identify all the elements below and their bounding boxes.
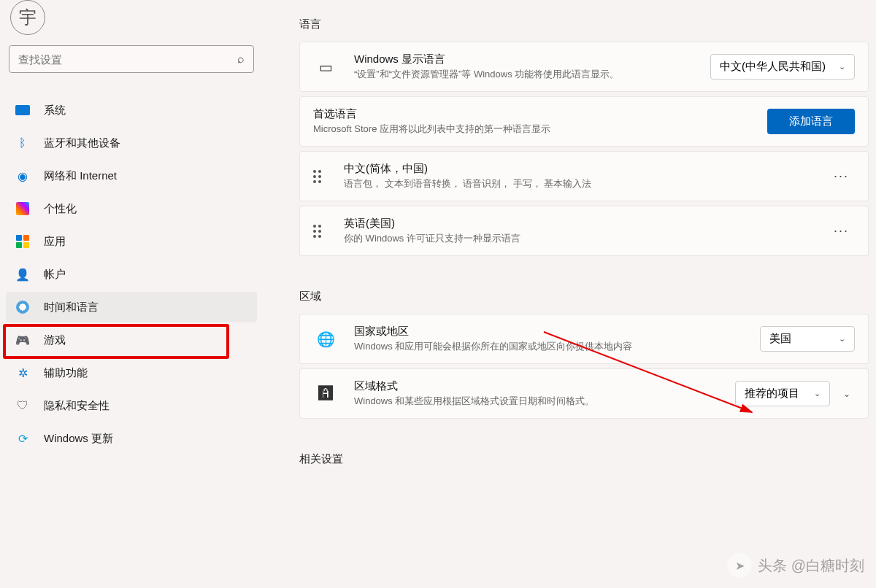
sidebar-item-time-language[interactable]: 时间和语言	[6, 292, 257, 322]
sidebar-item-update[interactable]: ⟳Windows 更新	[6, 423, 257, 454]
select-value: 中文(中华人民共和国)	[720, 60, 826, 74]
sidebar: 宇 ⌕ 系统 ᛒ蓝牙和其他设备 ◉网络和 Internet 个性化 应用 👤帐户…	[0, 0, 263, 588]
sidebar-label: 辅助功能	[44, 366, 88, 380]
card-title: 首选语言	[313, 107, 767, 121]
user-avatar[interactable]: 宇	[10, 0, 45, 35]
card-title: 国家或地区	[354, 325, 760, 339]
drag-handle-icon[interactable]	[313, 225, 328, 238]
update-icon: ⟳	[15, 430, 31, 446]
lang-title: 中文(简体，中国)	[344, 162, 828, 176]
select-value: 美国	[769, 332, 791, 346]
card-regional-format[interactable]: 🅰 区域格式 Windows 和某些应用根据区域格式设置日期和时间格式。 推荐的…	[299, 368, 869, 419]
sidebar-label: 蓝牙和其他设备	[44, 136, 120, 150]
sidebar-label: 游戏	[44, 333, 66, 347]
sidebar-item-bluetooth[interactable]: ᛒ蓝牙和其他设备	[6, 128, 257, 158]
card-title: 区域格式	[354, 379, 735, 393]
sidebar-label: 系统	[44, 104, 66, 117]
section-title-related: 相关设置	[299, 452, 869, 466]
shield-icon: 🛡	[15, 398, 31, 414]
more-icon[interactable]: ···	[828, 169, 855, 184]
apps-icon	[15, 233, 31, 249]
language-item-chinese[interactable]: 中文(简体，中国) 语言包， 文本到语音转换， 语音识别， 手写， 基本输入法 …	[299, 151, 869, 201]
display-language-select[interactable]: 中文(中华人民共和国) ⌄	[710, 54, 855, 80]
sidebar-item-system[interactable]: 系统	[6, 95, 257, 125]
drag-handle-icon[interactable]	[313, 170, 328, 183]
search-box[interactable]: ⌕	[9, 45, 254, 73]
sidebar-item-gaming[interactable]: 🎮游戏	[6, 325, 257, 355]
sidebar-label: 帐户	[44, 268, 66, 282]
personalization-icon	[15, 201, 31, 217]
account-icon: 👤	[15, 266, 31, 282]
clock-icon	[15, 299, 31, 315]
section-title-region: 区域	[299, 290, 869, 303]
lang-desc: 你的 Windows 许可证只支持一种显示语言	[344, 232, 828, 245]
wifi-icon: ◉	[15, 168, 31, 184]
card-country-region[interactable]: 🌐 国家或地区 Windows 和应用可能会根据你所在的国家或地区向你提供本地内…	[299, 314, 869, 364]
sidebar-item-network[interactable]: ◉网络和 Internet	[6, 160, 257, 191]
search-input[interactable]	[18, 53, 237, 66]
sidebar-label: 隐私和安全性	[44, 399, 110, 413]
add-language-button[interactable]: 添加语言	[767, 109, 855, 134]
more-icon[interactable]: ···	[828, 223, 855, 239]
sidebar-item-accounts[interactable]: 👤帐户	[6, 259, 257, 290]
sidebar-item-apps[interactable]: 应用	[6, 226, 257, 257]
format-icon: 🅰	[313, 385, 338, 402]
format-select[interactable]: 推荐的项目 ⌄	[735, 381, 830, 406]
card-desc: Microsoft Store 应用将以此列表中支持的第一种语言显示	[313, 123, 767, 136]
select-value: 推荐的项目	[745, 387, 799, 401]
lang-desc: 语言包， 文本到语音转换， 语音识别， 手写， 基本输入法	[344, 177, 828, 190]
card-desc: Windows 和某些应用根据区域格式设置日期和时间格式。	[354, 395, 735, 408]
main-content: 语言 ▭ Windows 显示语言 “设置”和“文件资源管理器”等 Window…	[299, 0, 869, 588]
card-title: Windows 显示语言	[354, 53, 710, 66]
accessibility-icon: ✲	[15, 365, 31, 381]
sidebar-label: Windows 更新	[44, 432, 113, 446]
gamepad-icon: 🎮	[15, 332, 31, 348]
lang-title: 英语(美国)	[344, 217, 828, 231]
section-title-language: 语言	[299, 18, 869, 31]
chevron-down-icon: ⌄	[814, 389, 821, 398]
display-icon: ▭	[313, 58, 338, 76]
globe-icon: 🌐	[313, 330, 338, 348]
bluetooth-icon: ᛒ	[15, 135, 31, 151]
card-desc: “设置”和“文件资源管理器”等 Windows 功能将使用此语言显示。	[354, 68, 668, 81]
sidebar-label: 时间和语言	[44, 301, 99, 314]
watermark: ➤ 头条 @白糖时刻	[727, 553, 864, 578]
card-display-language[interactable]: ▭ Windows 显示语言 “设置”和“文件资源管理器”等 Windows 功…	[299, 42, 869, 92]
sidebar-item-personalization[interactable]: 个性化	[6, 193, 257, 224]
sidebar-label: 应用	[44, 235, 66, 249]
card-desc: Windows 和应用可能会根据你所在的国家或地区向你提供本地内容	[354, 340, 668, 353]
card-preferred-languages: 首选语言 Microsoft Store 应用将以此列表中支持的第一种语言显示 …	[299, 96, 869, 147]
sidebar-item-privacy[interactable]: 🛡隐私和安全性	[6, 390, 257, 421]
system-icon	[15, 102, 31, 118]
sidebar-label: 个性化	[44, 202, 77, 216]
search-icon: ⌕	[237, 53, 245, 66]
language-item-english[interactable]: 英语(美国) 你的 Windows 许可证只支持一种显示语言 ···	[299, 206, 869, 256]
expand-chevron-icon[interactable]: ⌄	[830, 389, 855, 399]
sidebar-label: 网络和 Internet	[44, 169, 117, 183]
chevron-down-icon: ⌄	[839, 334, 845, 344]
watermark-icon: ➤	[727, 553, 752, 578]
chevron-down-icon: ⌄	[839, 62, 845, 71]
watermark-text: 头条 @白糖时刻	[758, 556, 864, 576]
country-select[interactable]: 美国 ⌄	[760, 326, 855, 352]
sidebar-item-accessibility[interactable]: ✲辅助功能	[6, 357, 257, 388]
